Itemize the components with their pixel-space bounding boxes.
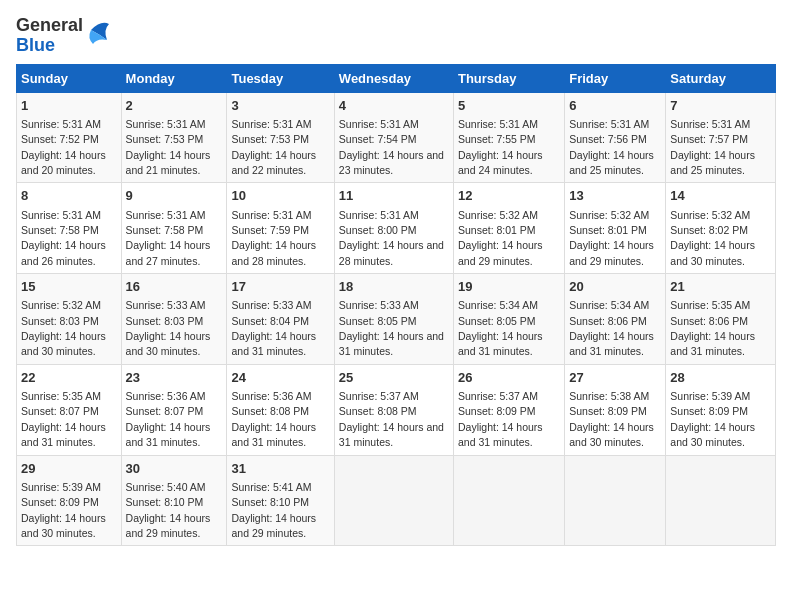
day-number: 21 [670, 278, 771, 296]
daylight-text: Daylight: 14 hours and 29 minutes. [569, 239, 654, 266]
sunrise-text: Sunrise: 5:32 AM [670, 209, 750, 221]
daylight-text: Daylight: 14 hours and 31 minutes. [21, 421, 106, 448]
calendar-header: SundayMondayTuesdayWednesdayThursdayFrid… [17, 64, 776, 92]
sunrise-text: Sunrise: 5:37 AM [339, 390, 419, 402]
calendar-cell: 5 Sunrise: 5:31 AM Sunset: 7:55 PM Dayli… [453, 92, 564, 183]
calendar-cell: 17 Sunrise: 5:33 AM Sunset: 8:04 PM Dayl… [227, 274, 334, 365]
sunset-text: Sunset: 8:10 PM [231, 496, 309, 508]
day-number: 5 [458, 97, 560, 115]
sunrise-text: Sunrise: 5:31 AM [126, 118, 206, 130]
calendar-cell: 30 Sunrise: 5:40 AM Sunset: 8:10 PM Dayl… [121, 455, 227, 546]
daylight-text: Daylight: 14 hours and 31 minutes. [458, 330, 543, 357]
logo-text: General Blue [16, 16, 83, 56]
sunset-text: Sunset: 7:55 PM [458, 133, 536, 145]
sunrise-text: Sunrise: 5:34 AM [458, 299, 538, 311]
sunset-text: Sunset: 8:06 PM [569, 315, 647, 327]
calendar-cell: 28 Sunrise: 5:39 AM Sunset: 8:09 PM Dayl… [666, 364, 776, 455]
sunset-text: Sunset: 8:09 PM [458, 405, 536, 417]
day-header-monday: Monday [121, 64, 227, 92]
sunrise-text: Sunrise: 5:39 AM [21, 481, 101, 493]
calendar-table: SundayMondayTuesdayWednesdayThursdayFrid… [16, 64, 776, 547]
sunset-text: Sunset: 8:06 PM [670, 315, 748, 327]
day-number: 7 [670, 97, 771, 115]
sunrise-text: Sunrise: 5:41 AM [231, 481, 311, 493]
sunrise-text: Sunrise: 5:36 AM [231, 390, 311, 402]
daylight-text: Daylight: 14 hours and 22 minutes. [231, 149, 316, 176]
daylight-text: Daylight: 14 hours and 29 minutes. [231, 512, 316, 539]
daylight-text: Daylight: 14 hours and 30 minutes. [569, 421, 654, 448]
sunrise-text: Sunrise: 5:31 AM [21, 118, 101, 130]
day-number: 18 [339, 278, 449, 296]
daylight-text: Daylight: 14 hours and 25 minutes. [569, 149, 654, 176]
calendar-cell: 16 Sunrise: 5:33 AM Sunset: 8:03 PM Dayl… [121, 274, 227, 365]
daylight-text: Daylight: 14 hours and 29 minutes. [458, 239, 543, 266]
daylight-text: Daylight: 14 hours and 30 minutes. [21, 512, 106, 539]
sunset-text: Sunset: 7:53 PM [231, 133, 309, 145]
sunrise-text: Sunrise: 5:38 AM [569, 390, 649, 402]
calendar-cell: 14 Sunrise: 5:32 AM Sunset: 8:02 PM Dayl… [666, 183, 776, 274]
daylight-text: Daylight: 14 hours and 28 minutes. [339, 239, 444, 266]
sunset-text: Sunset: 8:04 PM [231, 315, 309, 327]
sunset-text: Sunset: 8:00 PM [339, 224, 417, 236]
calendar-cell: 23 Sunrise: 5:36 AM Sunset: 8:07 PM Dayl… [121, 364, 227, 455]
day-number: 26 [458, 369, 560, 387]
sunset-text: Sunset: 8:03 PM [126, 315, 204, 327]
sunrise-text: Sunrise: 5:40 AM [126, 481, 206, 493]
day-number: 20 [569, 278, 661, 296]
sunrise-text: Sunrise: 5:35 AM [21, 390, 101, 402]
calendar-cell: 21 Sunrise: 5:35 AM Sunset: 8:06 PM Dayl… [666, 274, 776, 365]
day-number: 30 [126, 460, 223, 478]
calendar-cell: 11 Sunrise: 5:31 AM Sunset: 8:00 PM Dayl… [334, 183, 453, 274]
daylight-text: Daylight: 14 hours and 25 minutes. [670, 149, 755, 176]
header: General Blue [16, 16, 776, 56]
daylight-text: Daylight: 14 hours and 28 minutes. [231, 239, 316, 266]
sunrise-text: Sunrise: 5:32 AM [21, 299, 101, 311]
day-number: 9 [126, 187, 223, 205]
sunrise-text: Sunrise: 5:35 AM [670, 299, 750, 311]
week-row-2: 8 Sunrise: 5:31 AM Sunset: 7:58 PM Dayli… [17, 183, 776, 274]
calendar-cell: 4 Sunrise: 5:31 AM Sunset: 7:54 PM Dayli… [334, 92, 453, 183]
sunrise-text: Sunrise: 5:33 AM [339, 299, 419, 311]
sunset-text: Sunset: 7:59 PM [231, 224, 309, 236]
daylight-text: Daylight: 14 hours and 29 minutes. [126, 512, 211, 539]
day-number: 23 [126, 369, 223, 387]
day-number: 2 [126, 97, 223, 115]
sunset-text: Sunset: 8:05 PM [458, 315, 536, 327]
daylight-text: Daylight: 14 hours and 31 minutes. [231, 330, 316, 357]
calendar-cell [565, 455, 666, 546]
calendar-cell: 6 Sunrise: 5:31 AM Sunset: 7:56 PM Dayli… [565, 92, 666, 183]
daylight-text: Daylight: 14 hours and 30 minutes. [670, 239, 755, 266]
calendar-cell: 10 Sunrise: 5:31 AM Sunset: 7:59 PM Dayl… [227, 183, 334, 274]
calendar-cell: 24 Sunrise: 5:36 AM Sunset: 8:08 PM Dayl… [227, 364, 334, 455]
sunrise-text: Sunrise: 5:31 AM [126, 209, 206, 221]
day-header-tuesday: Tuesday [227, 64, 334, 92]
daylight-text: Daylight: 14 hours and 23 minutes. [339, 149, 444, 176]
week-row-5: 29 Sunrise: 5:39 AM Sunset: 8:09 PM Dayl… [17, 455, 776, 546]
sunrise-text: Sunrise: 5:31 AM [670, 118, 750, 130]
sunrise-text: Sunrise: 5:36 AM [126, 390, 206, 402]
day-number: 16 [126, 278, 223, 296]
day-number: 6 [569, 97, 661, 115]
sunset-text: Sunset: 8:09 PM [21, 496, 99, 508]
sunset-text: Sunset: 8:08 PM [231, 405, 309, 417]
calendar-cell: 31 Sunrise: 5:41 AM Sunset: 8:10 PM Dayl… [227, 455, 334, 546]
day-number: 10 [231, 187, 329, 205]
calendar-cell: 18 Sunrise: 5:33 AM Sunset: 8:05 PM Dayl… [334, 274, 453, 365]
day-number: 11 [339, 187, 449, 205]
sunset-text: Sunset: 8:02 PM [670, 224, 748, 236]
day-number: 19 [458, 278, 560, 296]
sunrise-text: Sunrise: 5:31 AM [231, 118, 311, 130]
day-number: 13 [569, 187, 661, 205]
week-row-1: 1 Sunrise: 5:31 AM Sunset: 7:52 PM Dayli… [17, 92, 776, 183]
daylight-text: Daylight: 14 hours and 30 minutes. [21, 330, 106, 357]
sunrise-text: Sunrise: 5:32 AM [569, 209, 649, 221]
calendar-cell: 1 Sunrise: 5:31 AM Sunset: 7:52 PM Dayli… [17, 92, 122, 183]
daylight-text: Daylight: 14 hours and 24 minutes. [458, 149, 543, 176]
day-number: 25 [339, 369, 449, 387]
sunset-text: Sunset: 8:05 PM [339, 315, 417, 327]
day-number: 31 [231, 460, 329, 478]
sunset-text: Sunset: 7:58 PM [21, 224, 99, 236]
day-header-saturday: Saturday [666, 64, 776, 92]
daylight-text: Daylight: 14 hours and 31 minutes. [569, 330, 654, 357]
day-number: 17 [231, 278, 329, 296]
